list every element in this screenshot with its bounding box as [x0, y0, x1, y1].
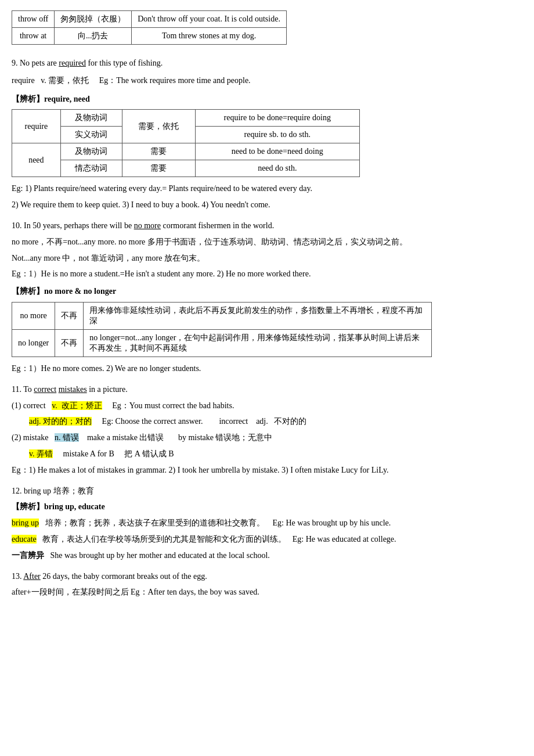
usage-cell: require to be done=require doing [195, 110, 359, 127]
section9: 9. No pets are required for this type of… [12, 56, 522, 212]
type-cell: 实义动词 [60, 127, 122, 143]
meaning-cell: 不再 [55, 302, 84, 329]
usage-cell: require sb. to do sth. [195, 127, 359, 143]
section9-bianxi: 【辨析】require, need [12, 92, 522, 106]
section11-correct-line1: (1) correct v. 改正；矫正 Eg：You must correct… [12, 399, 522, 413]
word-cell: no longer [12, 329, 55, 357]
meaning-cell: 需要 [122, 143, 195, 160]
section9-title: 9. No pets are required for this type of… [12, 56, 522, 70]
mistake-n-highlight: n. 错误 [55, 433, 79, 442]
usage-cell: need do sth. [195, 160, 359, 177]
correct-v-highlight: v. 改正；矫正 [52, 401, 102, 410]
section13: 13. After 26 days, the baby cormorant br… [12, 570, 522, 600]
section10-eg2: Eg：1）He no more comes. 2) We are no long… [12, 362, 522, 376]
underline-mistakes: mistakes [59, 385, 87, 394]
table-row: no more 不再 用来修饰非延续性动词，表此后不再反复此前发生的动作，多指数… [12, 302, 432, 329]
type-cell: 情态动词 [60, 160, 122, 177]
nomore-nolonger-table: no more 不再 用来修饰非延续性动词，表此后不再反复此前发生的动作，多指数… [12, 302, 432, 357]
section12-educate-line: educate 教育，表达人们在学校等场所受到的尤其是智能和文化方面的训练。 E… [12, 532, 522, 546]
phrase-cell: throw off [12, 11, 55, 28]
section10-title: 10. In 50 years, perhaps there will be n… [12, 219, 522, 233]
section13-after-desc: after+一段时间，在某段时间之后 Eg：After ten days, th… [12, 585, 522, 599]
chinese-cell: 匆匆脱掉（衣服） [55, 11, 132, 28]
meaning-cell: 需要，依托 [122, 110, 195, 143]
desc-cell: 用来修饰非延续性动词，表此后不再反复此前发生的动作，多指数量上不再增长，程度不再… [84, 302, 432, 329]
underline-correct: correct [34, 385, 56, 394]
table1-section: throw off 匆匆脱掉（衣服） Don't throw off your … [12, 10, 522, 45]
bianxi-label3: 【辨析】bring up, educate [12, 502, 105, 511]
section12-bianxi: 【辨析】bring up, educate [12, 500, 522, 514]
section10-desc2: Not...any more 中，not 靠近动词，any more 放在句末。 [12, 251, 522, 265]
section12-bringup-line: bring up 培养；教育；抚养，表达孩子在家里受到的道德和社交教育。 Eg:… [12, 516, 522, 530]
section12: 12. bring up 培养；教育 【辨析】bring up, educate… [12, 484, 522, 563]
yiyan-label: 一言辨异 [12, 551, 44, 560]
bianxi-label2: 【辨析】no more & no longer [12, 287, 116, 296]
underline-required: required [59, 59, 86, 67]
table-row: throw off 匆匆脱掉（衣服） Don't throw off your … [12, 11, 287, 28]
word-cell: require [12, 110, 61, 143]
educate-highlight: educate [12, 535, 37, 543]
require-need-table: require 及物动词 需要，依托 require to be done=re… [12, 109, 360, 177]
desc-cell: no longer=not...any longer，在句中起副词作用，用来修饰… [84, 329, 432, 357]
section10-eg1: Eg：1）He is no more a student.=He isn't a… [12, 267, 522, 281]
usage-cell: need to be done=need doing [195, 143, 359, 160]
section11-mistake-line: (2) mistake n. 错误 make a mistake 出错误 by … [12, 431, 522, 445]
type-cell: 及物动词 [60, 143, 122, 160]
throw-table: throw off 匆匆脱掉（衣服） Don't throw off your … [12, 10, 287, 45]
table-row: need 及物动词 需要 need to be done=need doing [12, 143, 360, 160]
section12-yiyan: 一言辨异 She was brought up by her mother an… [12, 549, 522, 563]
table-row: no longer 不再 no longer=not...any longer，… [12, 329, 432, 357]
table-row: require 及物动词 需要，依托 require to be done=re… [12, 110, 360, 127]
section13-title: 13. After 26 days, the baby cormorant br… [12, 570, 522, 584]
word-cell: need [12, 143, 61, 177]
example-cell: Don't throw off your coat. It is cold ou… [132, 11, 287, 28]
section9-eg2: 2) We require them to keep quiet. 3) I n… [12, 198, 522, 212]
section10-bianxi: 【辨析】no more & no longer [12, 285, 522, 298]
section9-eg1: Eg: 1) Plants require/need watering ever… [12, 182, 522, 196]
example-cell: Tom threw stones at my dog. [132, 28, 287, 45]
correct-adj-highlight: adj. 对的的；对的 [29, 417, 92, 426]
underline-after: After [23, 572, 41, 581]
section9-require-line: require v. 需要，依托 Eg：The work requires mo… [12, 74, 522, 88]
phrase-cell: throw at [12, 28, 55, 45]
meaning-cell: 需要 [122, 160, 195, 177]
word-cell: no more [12, 302, 55, 329]
table-row: throw at 向...扔去 Tom threw stones at my d… [12, 28, 287, 45]
table-row: 情态动词 需要 need do sth. [12, 160, 360, 177]
bring-up-highlight: bring up [12, 519, 39, 527]
section11-title: 11. To correct mistakes in a picture. [12, 383, 522, 397]
section11-eg1: Eg：1) He makes a lot of mistakes in gram… [12, 463, 522, 477]
chinese-cell: 向...扔去 [55, 28, 132, 45]
meaning-cell: 不再 [55, 329, 84, 357]
section11: 11. To correct mistakes in a picture. (1… [12, 383, 522, 477]
bianxi-label: 【辨析】require, need [12, 95, 90, 103]
section12-title: 12. bring up 培养；教育 [12, 484, 522, 498]
section11-mistake-v-line: v. 弄错 mistake A for B 把 A 错认成 B [29, 447, 522, 461]
type-cell: 及物动词 [60, 110, 122, 127]
mistake-v-highlight: v. 弄错 [29, 449, 53, 458]
section11-correct-line2: adj. 对的的；对的 Eg: Choose the correct answe… [29, 415, 522, 429]
underline-nomore: no more [134, 221, 161, 230]
section10: 10. In 50 years, perhaps there will be n… [12, 219, 522, 376]
section10-desc1: no more，不再=not...any more. no more 多用于书面… [12, 235, 522, 249]
